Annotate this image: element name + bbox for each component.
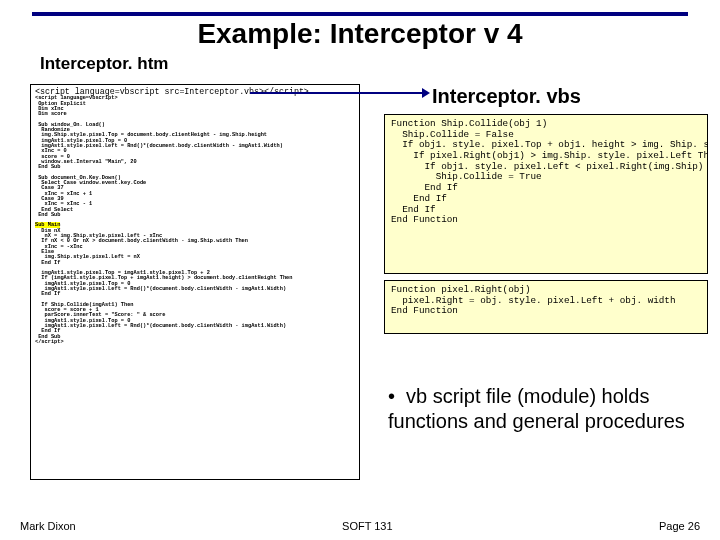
bullet-text: •vb script file (module) holds functions…	[388, 384, 698, 434]
code1-body: <script language=vbscript> Option Explic…	[35, 96, 355, 345]
code-box-vbs-function1: Function Ship.Collide(obj 1) Ship.Collid…	[384, 114, 708, 274]
slide-title: Example: Interceptor v 4	[0, 18, 720, 50]
leader-arrow-icon	[422, 88, 430, 98]
code-box-vbs-function2: Function pixel.Right(obj) pixel.Right = …	[384, 280, 708, 334]
code-box-htm: <script language=vbscript src=Intercepto…	[30, 84, 360, 480]
filename-htm: Interceptor. htm	[40, 54, 720, 74]
footer-page: Page 26	[659, 520, 700, 532]
leader-line	[250, 92, 428, 94]
footer-author: Mark Dixon	[20, 520, 76, 532]
footer: Mark Dixon SOFT 131 Page 26	[0, 520, 720, 532]
title-rule	[32, 12, 688, 16]
bullet-dot-icon: •	[388, 384, 406, 409]
footer-course: SOFT 131	[76, 520, 659, 532]
filename-vbs: Interceptor. vbs	[432, 85, 581, 108]
